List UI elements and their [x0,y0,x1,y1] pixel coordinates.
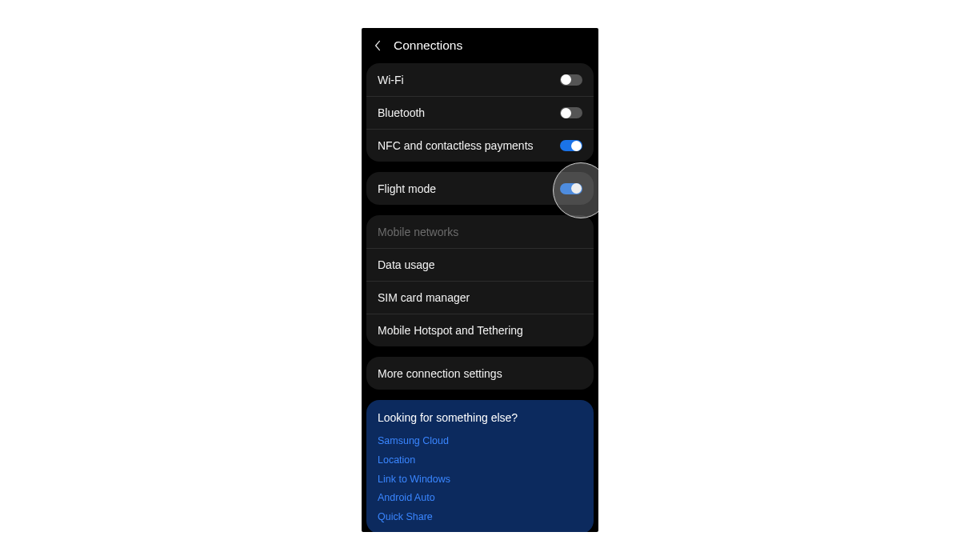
help-card: Looking for something else? Samsung Clou… [366,400,594,532]
help-link[interactable]: Location [378,451,582,470]
settings-row-mobile-networks: Mobile networks [366,215,594,248]
settings-row-data-usage[interactable]: Data usage [366,248,594,281]
help-link[interactable]: Link to Windows [378,470,582,490]
settings-group: More connection settings [366,357,594,390]
settings-group: Wi-Fi Bluetooth NFC and contactless paym… [366,63,594,162]
settings-row-more[interactable]: More connection settings [366,357,594,390]
settings-row-hotspot[interactable]: Mobile Hotspot and Tethering [366,314,594,346]
row-label: Wi-Fi [378,74,404,86]
row-label: More connection settings [378,367,502,380]
settings-row-sim[interactable]: SIM card manager [366,281,594,314]
settings-group: Mobile networks Data usage SIM card mana… [366,215,594,346]
settings-group: Flight mode [366,172,594,205]
settings-row-wifi[interactable]: Wi-Fi [366,63,594,96]
wifi-toggle[interactable] [560,74,582,86]
back-icon[interactable] [371,39,384,52]
row-label: Data usage [378,258,435,271]
row-label: NFC and contactless payments [378,139,534,152]
help-link[interactable]: Samsung Cloud [378,432,582,451]
bluetooth-toggle[interactable] [560,107,582,118]
nfc-toggle[interactable] [560,140,582,151]
phone-frame: Connections Wi-Fi Bluetooth NFC and cont… [362,28,598,532]
help-link[interactable]: Android Auto [378,489,582,508]
row-label: SIM card manager [378,291,470,304]
page-title: Connections [394,38,462,53]
flight-mode-toggle[interactable] [560,183,582,194]
settings-row-bluetooth[interactable]: Bluetooth [366,96,594,129]
help-link[interactable]: Quick Share [378,508,582,527]
header: Connections [362,28,598,63]
row-label: Bluetooth [378,106,425,119]
row-label: Mobile networks [378,226,458,238]
settings-row-nfc[interactable]: NFC and contactless payments [366,129,594,162]
help-title: Looking for something else? [378,411,582,424]
row-label: Flight mode [378,182,436,195]
settings-row-flight-mode[interactable]: Flight mode [366,172,594,205]
row-label: Mobile Hotspot and Tethering [378,324,523,337]
